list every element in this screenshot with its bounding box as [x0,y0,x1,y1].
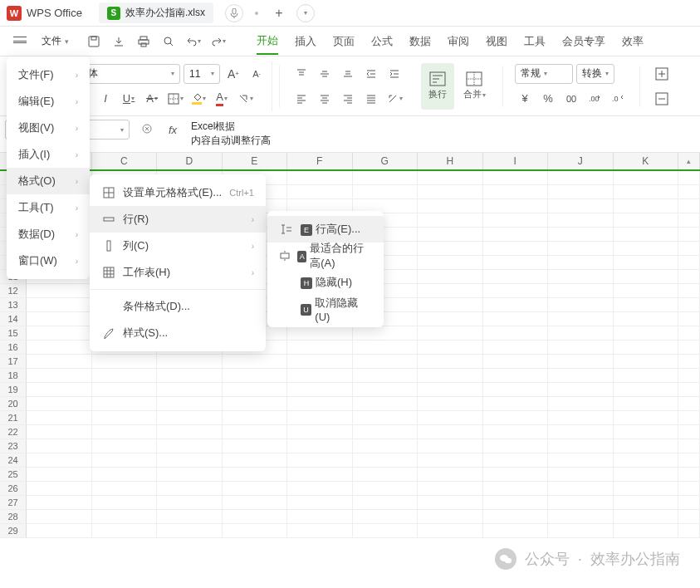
cell[interactable] [287,482,353,496]
cell[interactable] [614,524,679,538]
cell[interactable] [678,397,700,411]
cell[interactable] [157,468,223,482]
cell[interactable] [418,171,483,185]
col-header[interactable]: C [92,153,158,169]
cell[interactable] [418,496,483,510]
cell[interactable] [223,510,288,524]
scroll-right-button[interactable]: ▴ [678,153,700,169]
print-preview-button[interactable] [159,32,179,51]
cell[interactable] [678,453,700,468]
indent-increase-button[interactable] [384,64,404,84]
row-header[interactable]: 20 [0,397,27,411]
cell[interactable] [483,369,549,383]
hamburger-menu[interactable] [7,33,33,50]
cell[interactable] [27,425,92,439]
cell[interactable] [287,326,353,341]
cell[interactable] [223,468,288,482]
tab-view[interactable]: 视图 [486,29,507,54]
cell[interactable] [548,171,614,185]
cell[interactable] [418,228,483,242]
cell[interactable] [92,482,158,496]
tab-tools[interactable]: 工具 [524,29,546,54]
cell[interactable] [92,524,158,538]
cell[interactable] [418,439,483,453]
cell[interactable] [548,185,614,199]
cell[interactable] [92,397,158,411]
unhide-row-item[interactable]: U取消隐藏(U) [267,296,384,322]
cell[interactable] [483,256,549,270]
fill-color-button[interactable]: ▾ [188,89,208,109]
cell[interactable] [92,453,158,468]
cell[interactable] [27,355,92,369]
file-menu-button[interactable]: 文件 ▾ [35,31,76,51]
cell[interactable] [678,524,700,538]
percent-button[interactable]: % [538,89,558,109]
cell[interactable] [548,298,614,312]
cell[interactable] [287,453,353,468]
increase-font-button[interactable]: A+ [223,64,243,84]
cell[interactable] [548,482,614,496]
cell[interactable] [614,256,679,270]
cell[interactable] [678,355,700,369]
cell[interactable] [678,510,700,524]
export-button[interactable] [109,32,129,51]
cell[interactable] [223,411,288,425]
cell[interactable] [483,453,549,468]
cell[interactable] [418,199,483,213]
row-header[interactable]: 14 [0,312,27,326]
row-header[interactable]: 13 [0,298,27,312]
align-right-button[interactable] [338,89,358,109]
formula-input[interactable]: Excel根据 内容自动调整行高 [186,116,700,151]
row-header[interactable]: 17 [0,355,27,369]
cell[interactable] [548,256,614,270]
cell[interactable] [614,496,679,510]
cell[interactable] [614,312,679,326]
cell[interactable] [92,411,158,425]
cell[interactable] [287,496,353,510]
menu-format[interactable]: 格式(O)› [7,168,90,194]
tab-review[interactable]: 审阅 [448,29,469,54]
cell[interactable] [678,425,700,439]
cell[interactable] [678,341,700,355]
save-button[interactable] [84,32,104,51]
cell[interactable] [614,185,679,199]
cell[interactable] [614,510,679,524]
cell[interactable] [614,298,679,312]
cell[interactable] [353,425,419,439]
clear-format-button[interactable]: ▾ [235,89,255,109]
tab-formula[interactable]: 公式 [371,29,393,54]
cell[interactable] [678,171,700,185]
cell[interactable] [287,171,353,185]
col-header[interactable]: G [353,153,419,169]
cell[interactable] [548,425,614,439]
cell[interactable] [157,397,223,411]
cell[interactable] [614,326,679,341]
cell[interactable] [614,199,679,213]
cell[interactable] [614,425,679,439]
cell[interactable] [483,199,549,213]
currency-button[interactable]: ¥ [515,89,535,109]
cell[interactable] [614,439,679,453]
cell[interactable] [287,468,353,482]
cell[interactable] [353,439,419,453]
cell[interactable] [548,524,614,538]
cell[interactable] [418,242,483,256]
cell[interactable] [483,397,549,411]
cell[interactable] [483,411,549,425]
cell[interactable] [614,270,679,284]
cell[interactable] [678,496,700,510]
cell[interactable] [548,199,614,213]
cell[interactable] [678,199,700,213]
cell[interactable] [548,383,614,397]
tab-page[interactable]: 页面 [333,29,355,54]
cell[interactable] [548,453,614,468]
cell[interactable] [27,341,92,355]
cell[interactable] [287,425,353,439]
fx-button[interactable]: fx [163,120,183,140]
cell[interactable] [157,383,223,397]
undo-button[interactable]: ▾ [184,32,203,51]
cell[interactable] [223,383,288,397]
col-header[interactable]: I [483,153,549,169]
align-left-button[interactable] [291,89,311,109]
font-size-select[interactable]: 11▾ [184,64,220,84]
